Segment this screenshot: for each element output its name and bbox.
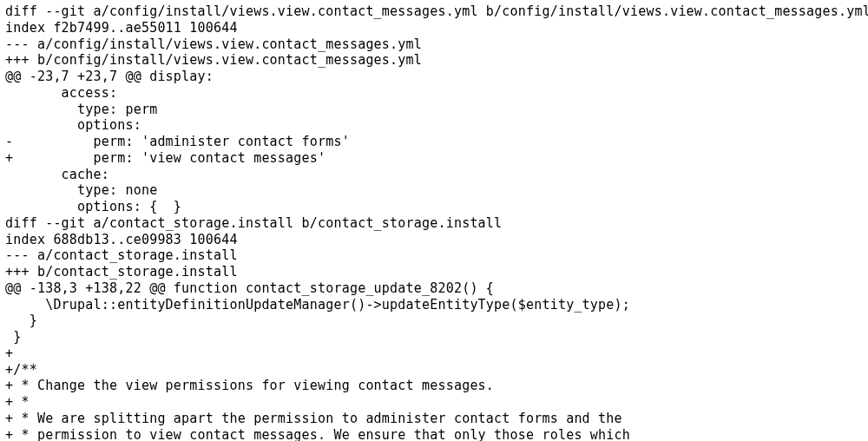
diff-line: cache:	[5, 167, 863, 183]
diff-line: diff --git a/contact_storage.install b/c…	[5, 215, 863, 232]
diff-line: access:	[5, 85, 863, 102]
diff-line: + * Change the view permissions for view…	[5, 378, 863, 394]
diff-output: diff --git a/config/install/views.view.c…	[0, 0, 868, 441]
diff-line: --- a/config/install/views.view.contact_…	[5, 36, 863, 53]
diff-line: - perm: 'administer contact forms'	[5, 134, 863, 150]
diff-line: + *	[5, 394, 863, 411]
diff-line: + perm: 'view contact messages'	[5, 150, 863, 167]
diff-line: index f2b7499..ae55011 100644	[5, 20, 863, 36]
diff-line: type: none	[5, 182, 863, 199]
diff-line: +/**	[5, 362, 863, 378]
diff-line: + * permission to view contact messages.…	[5, 427, 863, 442]
diff-line: +++ b/config/install/views.view.contact_…	[5, 52, 863, 69]
diff-line: type: perm	[5, 102, 863, 118]
diff-line: + * We are splitting apart the permissio…	[5, 411, 863, 427]
diff-line: options: { }	[5, 199, 863, 215]
diff-line: }	[5, 313, 863, 329]
diff-line: +++ b/contact_storage.install	[5, 264, 863, 280]
diff-line: diff --git a/config/install/views.view.c…	[5, 3, 863, 20]
diff-line: }	[5, 329, 863, 346]
diff-line: @@ -138,3 +138,22 @@ function contact_st…	[5, 280, 863, 297]
diff-line: \Drupal::entityDefinitionUpdateManager()…	[5, 297, 863, 313]
diff-line: options:	[5, 117, 863, 134]
diff-line: +	[5, 346, 863, 362]
diff-line: @@ -23,7 +23,7 @@ display:	[5, 69, 863, 85]
diff-line: --- a/contact_storage.install	[5, 247, 863, 264]
diff-line: index 688db13..ce09983 100644	[5, 232, 863, 248]
